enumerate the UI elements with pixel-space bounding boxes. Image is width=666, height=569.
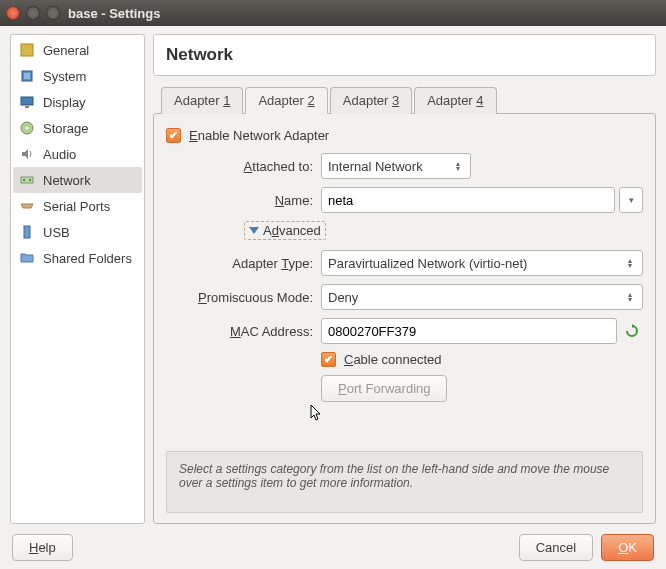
- sidebar-item-label: Audio: [43, 147, 76, 162]
- ok-button[interactable]: OK: [601, 534, 654, 561]
- display-icon: [19, 94, 35, 110]
- attached-to-label: Attached to:: [166, 159, 321, 174]
- sidebar-item-serial-ports[interactable]: Serial Ports: [13, 193, 142, 219]
- sidebar-item-system[interactable]: System: [13, 63, 142, 89]
- svg-rect-4: [25, 106, 29, 108]
- promiscuous-mode-label: Promiscuous Mode:: [166, 290, 321, 305]
- sidebar-item-network[interactable]: Network: [13, 167, 142, 193]
- spinner-icon: ▴▾: [452, 161, 464, 171]
- tab-adapter-2[interactable]: Adapter 2: [245, 87, 327, 114]
- promiscuous-mode-select[interactable]: Deny ▴▾: [321, 284, 643, 310]
- minimize-window-button[interactable]: [26, 6, 40, 20]
- cancel-button[interactable]: Cancel: [519, 534, 593, 561]
- storage-icon: [19, 120, 35, 136]
- sidebar-item-label: General: [43, 43, 89, 58]
- refresh-mac-button[interactable]: [621, 320, 643, 342]
- name-label: Name:: [166, 193, 321, 208]
- general-icon: [19, 42, 35, 58]
- sidebar-item-label: Network: [43, 173, 91, 188]
- triangle-down-icon: [249, 227, 259, 234]
- sidebar-item-general[interactable]: General: [13, 37, 142, 63]
- svg-rect-8: [23, 179, 25, 181]
- adapter-type-label: Adapter Type:: [166, 256, 321, 271]
- adapter-type-select[interactable]: Paravirtualized Network (virtio-net) ▴▾: [321, 250, 643, 276]
- sidebar-item-storage[interactable]: Storage: [13, 115, 142, 141]
- advanced-toggle[interactable]: Advanced: [244, 221, 326, 240]
- attached-to-select[interactable]: Internal Network ▴▾: [321, 153, 471, 179]
- adapter-tabs: Adapter 1 Adapter 2 Adapter 3 Adapter 4: [161, 86, 656, 113]
- svg-rect-10: [24, 226, 30, 238]
- dialog-footer: Help Cancel OK: [0, 524, 666, 569]
- sidebar-item-usb[interactable]: USB: [13, 219, 142, 245]
- serial-icon: [19, 198, 35, 214]
- sidebar-item-display[interactable]: Display: [13, 89, 142, 115]
- sidebar-item-label: System: [43, 69, 86, 84]
- adapter-panel: ✔ Enable Network Adapter Attached to: In…: [153, 113, 656, 524]
- refresh-icon: [624, 323, 640, 339]
- port-forwarding-button[interactable]: Port Forwarding: [321, 375, 447, 402]
- window-controls: [6, 6, 60, 20]
- settings-sidebar: General System Display Storage Audio Net…: [10, 34, 145, 524]
- sidebar-item-label: Serial Ports: [43, 199, 110, 214]
- enable-adapter-checkbox[interactable]: ✔: [166, 128, 181, 143]
- help-button[interactable]: Help: [12, 534, 73, 561]
- tab-adapter-3[interactable]: Adapter 3: [330, 87, 412, 114]
- page-title: Network: [153, 34, 656, 76]
- network-icon: [19, 172, 35, 188]
- cable-connected-label: Cable connected: [344, 352, 442, 367]
- spinner-icon: ▴▾: [624, 292, 636, 302]
- sidebar-item-label: Display: [43, 95, 86, 110]
- audio-icon: [19, 146, 35, 162]
- name-input[interactable]: [321, 187, 615, 213]
- mac-address-input[interactable]: [321, 318, 617, 344]
- chip-icon: [19, 68, 35, 84]
- cable-connected-checkbox[interactable]: ✔: [321, 352, 336, 367]
- tab-adapter-1[interactable]: Adapter 1: [161, 87, 243, 114]
- sidebar-item-label: USB: [43, 225, 70, 240]
- svg-rect-9: [29, 179, 31, 181]
- sidebar-item-shared-folders[interactable]: Shared Folders: [13, 245, 142, 271]
- usb-icon: [19, 224, 35, 240]
- help-text: Select a settings category from the list…: [166, 451, 643, 513]
- svg-rect-0: [21, 44, 33, 56]
- svg-rect-3: [21, 97, 33, 105]
- sidebar-item-audio[interactable]: Audio: [13, 141, 142, 167]
- sidebar-item-label: Storage: [43, 121, 89, 136]
- folder-icon: [19, 250, 35, 266]
- svg-rect-7: [21, 177, 33, 183]
- mac-address-label: MAC Address:: [166, 324, 321, 339]
- enable-adapter-label: Enable Network Adapter: [189, 128, 329, 143]
- name-dropdown-button[interactable]: ▾: [619, 187, 643, 213]
- svg-point-6: [26, 127, 29, 130]
- sidebar-item-label: Shared Folders: [43, 251, 132, 266]
- maximize-window-button[interactable]: [46, 6, 60, 20]
- titlebar: base - Settings: [0, 0, 666, 26]
- spinner-icon: ▴▾: [624, 258, 636, 268]
- window-title: base - Settings: [68, 6, 160, 21]
- svg-rect-2: [24, 73, 30, 79]
- tab-adapter-4[interactable]: Adapter 4: [414, 87, 496, 114]
- close-window-button[interactable]: [6, 6, 20, 20]
